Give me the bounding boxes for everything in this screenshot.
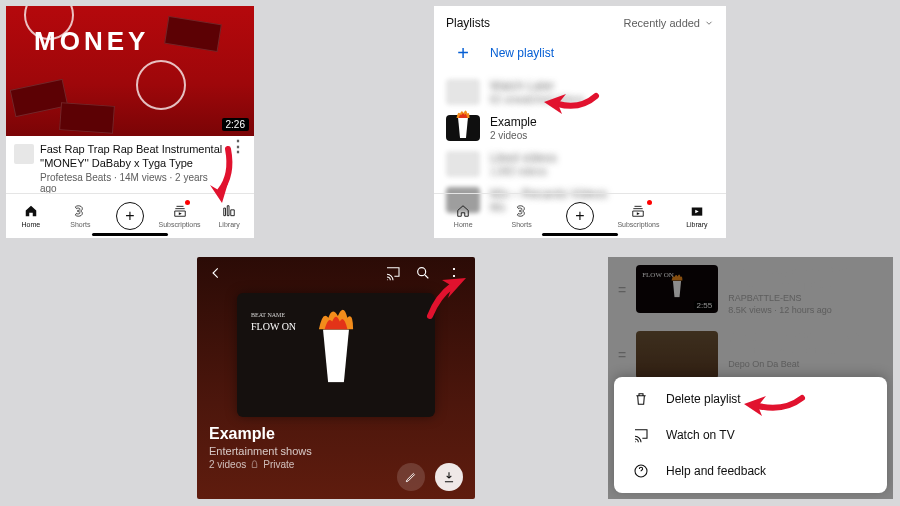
channel-avatar[interactable] bbox=[14, 144, 34, 164]
action-label: Help and feedback bbox=[666, 464, 766, 478]
action-sheet: Delete playlist Watch on TV Help and fee… bbox=[614, 377, 887, 493]
playlist-title: Example bbox=[209, 425, 463, 443]
nav-home[interactable]: Home bbox=[434, 194, 492, 238]
nav-label: Home bbox=[21, 221, 40, 228]
nav-label: Subscriptions bbox=[159, 221, 201, 228]
drag-handle-icon[interactable]: = bbox=[618, 265, 626, 315]
video-thumbnail[interactable]: MONEY 2:26 bbox=[6, 6, 254, 136]
thumb-title: MONEY bbox=[34, 26, 149, 57]
video-title[interactable]: Fast Rap Trap Rap Beat Instrumental ''MO… bbox=[40, 142, 224, 170]
home-icon bbox=[24, 204, 38, 218]
video-meta: 8.5K views · 12 hours ago bbox=[728, 305, 861, 315]
video-duration: 2:55 bbox=[694, 301, 716, 310]
edit-button[interactable] bbox=[397, 463, 425, 491]
nav-create[interactable]: + bbox=[105, 194, 155, 238]
drag-handle-icon[interactable]: = bbox=[618, 331, 626, 379]
more-button[interactable]: ⋮ bbox=[445, 270, 463, 280]
library-icon bbox=[690, 204, 704, 218]
playlist-count: 2 videos bbox=[209, 459, 246, 470]
nav-label: Library bbox=[218, 221, 239, 228]
search-button[interactable] bbox=[415, 265, 431, 285]
playlist-title: Example bbox=[490, 115, 537, 129]
sort-label: Recently added bbox=[624, 17, 700, 29]
nav-bar: Home Shorts + Subscriptions Library bbox=[6, 193, 254, 238]
playlist-thumb bbox=[446, 115, 480, 141]
nav-library[interactable]: Library bbox=[668, 194, 726, 238]
pencil-icon bbox=[404, 470, 418, 484]
video-thumb bbox=[636, 331, 718, 379]
nav-library[interactable]: Library bbox=[204, 194, 254, 238]
trash-icon bbox=[632, 391, 650, 407]
home-icon bbox=[456, 204, 470, 218]
playlist-cover: BEAT NAMEFLOW ON bbox=[237, 293, 435, 417]
video-channel: Depo On Da Beat bbox=[728, 359, 861, 369]
action-label: Watch on TV bbox=[666, 428, 735, 442]
home-indicator bbox=[542, 233, 618, 236]
playlist-subtitle: Entertainment shows bbox=[209, 445, 463, 457]
video-more-icon[interactable]: ⋮ bbox=[871, 265, 883, 315]
nav-shorts[interactable]: Shorts bbox=[56, 194, 106, 238]
watch-on-tv-button[interactable]: Watch on TV bbox=[614, 417, 887, 453]
tutorial-collage: MONEY 2:26 Fast Rap Trap Rap Beat Instru… bbox=[0, 0, 900, 506]
sort-button[interactable]: Recently added bbox=[624, 17, 714, 29]
shorts-icon bbox=[515, 204, 529, 218]
playlist-row[interactable]: Watch Later62 unwatched videos bbox=[434, 74, 726, 110]
chevron-left-icon bbox=[209, 266, 223, 280]
nav-subscriptions[interactable]: Subscriptions bbox=[609, 194, 667, 238]
chevron-down-icon bbox=[704, 18, 714, 28]
help-icon bbox=[632, 463, 650, 479]
cast-icon bbox=[632, 427, 650, 443]
video-more-icon[interactable]: ⋮ bbox=[230, 142, 246, 194]
subscriptions-icon bbox=[631, 204, 645, 218]
plus-icon: + bbox=[116, 202, 144, 230]
notification-dot-icon bbox=[185, 200, 190, 205]
video-meta: Profetesa Beats · 14M views · 2 years ag… bbox=[40, 172, 224, 194]
notification-dot-icon bbox=[647, 200, 652, 205]
help-feedback-button[interactable]: Help and feedback bbox=[614, 453, 887, 489]
playlist-video-row[interactable]: = FLOW ON2:55 Rap Freestyle Type Beat - … bbox=[608, 257, 893, 323]
panel-playlist-actions: = FLOW ON2:55 Rap Freestyle Type Beat - … bbox=[608, 257, 893, 499]
nav-shorts[interactable]: Shorts bbox=[492, 194, 550, 238]
nav-label: Shorts bbox=[70, 221, 90, 228]
svg-point-1 bbox=[418, 268, 426, 276]
nav-home[interactable]: Home bbox=[6, 194, 56, 238]
playlist-sub: 2 videos bbox=[490, 130, 537, 141]
shorts-icon bbox=[73, 204, 87, 218]
nav-create[interactable]: + bbox=[551, 194, 609, 238]
new-playlist-button[interactable]: + New playlist bbox=[434, 36, 726, 74]
video-channel: RAPBATTLE-ENS bbox=[728, 293, 861, 303]
lock-icon bbox=[250, 460, 259, 469]
library-icon bbox=[222, 204, 236, 218]
new-playlist-label: New playlist bbox=[490, 46, 554, 60]
plus-icon: + bbox=[566, 202, 594, 230]
cast-button[interactable] bbox=[385, 265, 401, 285]
playlist-privacy: Private bbox=[263, 459, 294, 470]
playlists-header: Playlists bbox=[446, 16, 490, 30]
nav-bar: Home Shorts + Subscriptions Library bbox=[434, 193, 726, 238]
panel-playlists: Playlists Recently added + New playlist … bbox=[434, 6, 726, 238]
download-icon bbox=[442, 470, 456, 484]
playlist-row[interactable]: Liked videos1,982 videos bbox=[434, 146, 726, 182]
panel-youtube-video: MONEY 2:26 Fast Rap Trap Rap Beat Instru… bbox=[6, 6, 254, 238]
video-duration: 2:26 bbox=[222, 118, 249, 131]
video-more-icon[interactable]: ⋮ bbox=[871, 331, 883, 379]
delete-playlist-button[interactable]: Delete playlist bbox=[614, 381, 887, 417]
action-label: Delete playlist bbox=[666, 392, 741, 406]
search-icon bbox=[415, 265, 431, 281]
panel-playlist-detail: ⋮ BEAT NAMEFLOW ON Example Entertainment… bbox=[197, 257, 475, 499]
download-button[interactable] bbox=[435, 463, 463, 491]
nav-subscriptions[interactable]: Subscriptions bbox=[155, 194, 205, 238]
video-thumb: FLOW ON2:55 bbox=[636, 265, 718, 313]
plus-icon: + bbox=[446, 40, 480, 66]
back-button[interactable] bbox=[209, 266, 223, 284]
playlist-row-example[interactable]: Example2 videos bbox=[434, 110, 726, 146]
subscriptions-icon bbox=[173, 204, 187, 218]
video-title: (FREE FOR PROFIT USE) Lil Baby Type Beat… bbox=[728, 331, 861, 357]
cast-icon bbox=[385, 265, 401, 281]
video-title: Rap Freestyle Type Beat - "Fast" | Free … bbox=[728, 265, 861, 291]
home-indicator bbox=[92, 233, 168, 236]
